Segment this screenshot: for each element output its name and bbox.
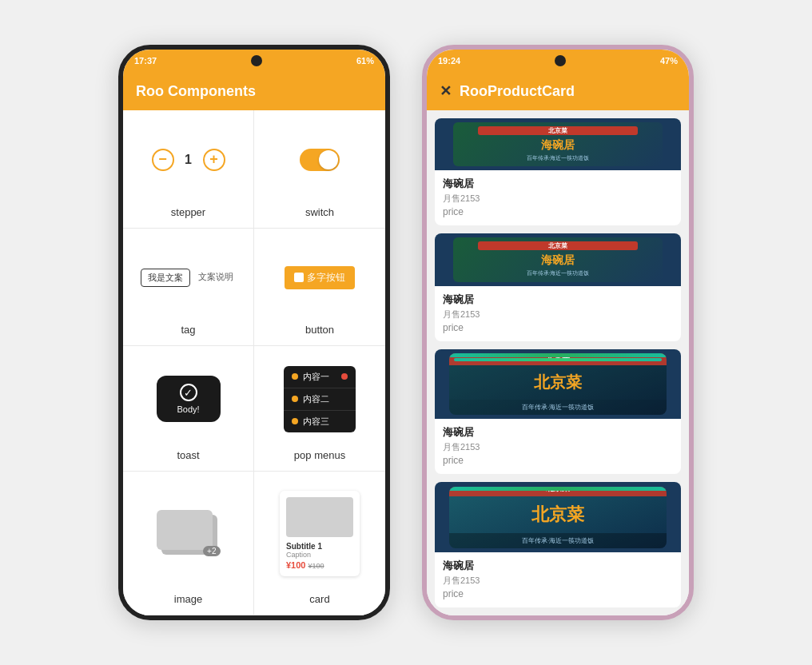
time-2: 19:24 [438, 56, 460, 66]
stepper-content: − 1 + [152, 123, 225, 197]
sign-sub-1: 百年传承·海近一筷功道饭 [527, 154, 590, 162]
cell-image: +2 image [123, 472, 254, 616]
cell-switch: switch [254, 110, 385, 229]
product-list: 北京菜 海碗居 百年传承·海近一筷功道饭 海碗居 月售2153 price 北京… [427, 110, 689, 615]
product-info-3: 海碗居 月售2153 price [435, 419, 681, 474]
tag-outlined[interactable]: 我是文案 [141, 269, 190, 287]
product-price-3: price [443, 455, 673, 466]
product-info-1: 海碗居 月售2153 price [435, 170, 681, 225]
sign-logo-1: 海碗居 [541, 138, 575, 153]
notch-1 [251, 55, 262, 66]
image-label: image [174, 593, 202, 605]
card-caption: Caption [286, 551, 353, 559]
product-name-1: 海碗居 [443, 177, 673, 191]
card-price: ¥100 [286, 560, 305, 570]
sign-main-4: 北京菜 [449, 496, 666, 533]
card-image [286, 497, 353, 537]
sign-logo-2: 海碗居 [541, 253, 575, 268]
status-bar-2: 19:24 47% [427, 50, 689, 72]
product-name-2: 海碗居 [443, 293, 673, 307]
stepper-value: 1 [181, 153, 197, 167]
toast-content: ✓ Body! [157, 359, 221, 440]
pop-menu-dot-1 [292, 373, 298, 380]
product-sign-3: 北京菜 北京菜 百年传承·海近一筷功道饭 [449, 353, 666, 415]
image-badge: +2 [203, 546, 220, 556]
sign-desc-3: 百年传承·海近一筷功道饭 [449, 400, 666, 415]
phone-1: 17:37 61% Roo Components − 1 + stepper [118, 45, 390, 620]
sign-main-text-3: 北京菜 [534, 372, 582, 393]
pop-menu-item-1[interactable]: 内容一 [284, 366, 356, 388]
product-price-1: price [443, 206, 673, 217]
button-label-cell: button [305, 324, 334, 336]
tag-label: tag [181, 324, 195, 336]
stepper-plus-button[interactable]: + [203, 149, 225, 171]
card-label: card [309, 593, 329, 605]
image-content: +2 [157, 484, 221, 584]
pop-menu-text-3: 内容三 [303, 416, 329, 428]
pop-menu-dot-2 [292, 396, 298, 402]
card-orig-price: ¥100 [308, 562, 324, 570]
button-content: 多字按钮 [285, 241, 355, 315]
status-bar-1: 17:37 61% [123, 50, 385, 72]
product-sales-3: 月售2153 [443, 441, 673, 453]
product-info-4: 海碗居 月售2153 price [435, 552, 681, 607]
switch-toggle[interactable] [300, 149, 340, 171]
pop-menu-item-2[interactable]: 内容二 [284, 388, 356, 411]
product-card-4[interactable]: 北京菜 北京菜 百年传承·海近一筷功道饭 海碗居 月售2153 price [435, 482, 681, 607]
product-sales-1: 月售2153 [443, 193, 673, 205]
image-stack: +2 [157, 510, 221, 558]
product-price-2: price [443, 322, 673, 333]
sign-top-1: 北京菜 [478, 126, 638, 135]
sign-top-border-4 [449, 487, 666, 491]
product-price-4: price [443, 588, 673, 599]
notch-2 [555, 55, 566, 66]
sign-main-text-4: 北京菜 [531, 503, 584, 527]
product-sign-1: 北京菜 海碗居 百年传承·海近一筷功道饭 [453, 122, 663, 166]
pop-menu-dot-3 [292, 418, 298, 424]
card-price-row: ¥100 ¥100 [286, 559, 353, 570]
product-image-4: 北京菜 北京菜 百年传承·海近一筷功道饭 [435, 482, 681, 552]
tag-plain[interactable]: 文案说明 [195, 269, 237, 287]
sign-desc-4: 百年传承·海近一筷功道饭 [449, 533, 666, 548]
product-card-1[interactable]: 北京菜 海碗居 百年传承·海近一筷功道饭 海碗居 月售2153 price [435, 118, 681, 225]
battery-1: 61% [356, 56, 374, 66]
popmenu-label: pop menus [294, 449, 345, 461]
product-info-2: 海碗居 月售2153 price [435, 286, 681, 341]
toast-check-icon: ✓ [180, 384, 197, 401]
stepper-minus-button[interactable]: − [152, 149, 174, 171]
image-fg [157, 510, 213, 550]
product-sign-2: 北京菜 海碗居 百年传承·海近一筷功道饭 [453, 237, 663, 281]
toast-label: toast [177, 449, 199, 461]
cell-button: 多字按钮 button [254, 229, 385, 347]
battery-2: 47% [660, 56, 678, 66]
switch-content [300, 123, 340, 197]
comp-card: Subtitle 1 Caption ¥100 ¥100 [280, 491, 360, 576]
switch-thumb [319, 150, 338, 169]
card-subtitle: Subtitle 1 [286, 542, 353, 551]
stepper: − 1 + [152, 149, 225, 171]
product-image-3: 北京菜 北京菜 百年传承·海近一筷功道饭 [435, 349, 681, 420]
product-card-2[interactable]: 北京菜 海碗居 百年传承·海近一筷功道饭 海碗居 月售2153 price [435, 233, 681, 340]
app-title-2: RooProductCard [460, 83, 575, 100]
sign-top-text-1: 北京菜 [548, 126, 567, 135]
cell-card: Subtitle 1 Caption ¥100 ¥100 card [254, 472, 385, 616]
product-sales-2: 月售2153 [443, 309, 673, 321]
pop-menu: 内容一 内容二 内容三 [284, 366, 356, 432]
cell-popmenus: 内容一 内容二 内容三 pop menus [254, 346, 385, 472]
product-card-3[interactable]: 北京菜 北京菜 百年传承·海近一筷功道饭 海碗居 月售2153 price [435, 349, 681, 475]
pop-menu-item-3[interactable]: 内容三 [284, 411, 356, 432]
card-content: Subtitle 1 Caption ¥100 ¥100 [280, 484, 360, 584]
close-button[interactable]: ✕ [440, 82, 452, 100]
product-image-1: 北京菜 海碗居 百年传承·海近一筷功道饭 [435, 118, 681, 170]
toast-body-text: Body! [177, 404, 199, 414]
product-sign-4: 北京菜 北京菜 百年传承·海近一筷功道饭 [449, 487, 666, 548]
switch-label: switch [305, 206, 334, 218]
app-bar-2: ✕ RooProductCard [427, 72, 689, 110]
tag-container: 我是文案 文案说明 [141, 269, 237, 287]
sign-top-border [449, 353, 666, 357]
sign-main-3: 北京菜 [449, 365, 666, 400]
product-name-4: 海碗居 [443, 559, 673, 573]
multi-word-button[interactable]: 多字按钮 [285, 266, 355, 289]
sign-sub-2: 百年传承·海近一筷功道饭 [527, 269, 590, 277]
tag-content: 我是文案 文案说明 [141, 241, 237, 315]
